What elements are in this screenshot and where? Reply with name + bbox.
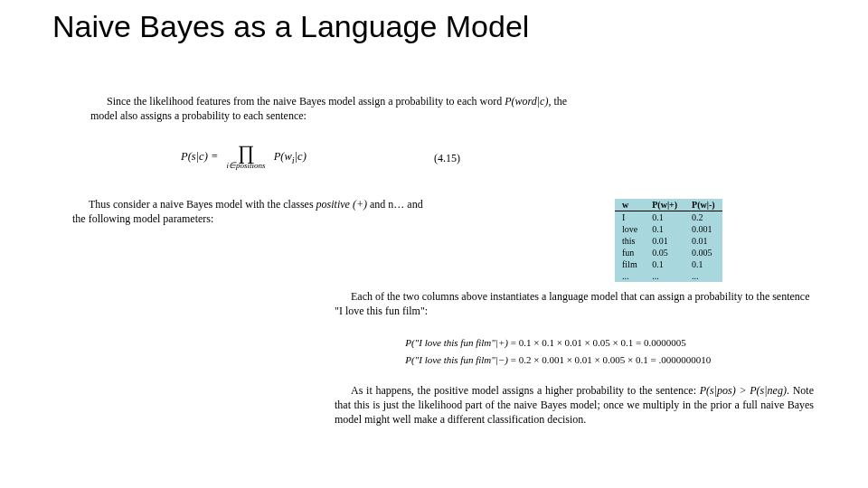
equation-display: P(s|c) = ∏ i∈positions P(wi|c)	[181, 145, 561, 170]
calc-rhs: = 0.2 × 0.001 × 0.01 × 0.005 × 0.1 = .00…	[511, 352, 711, 369]
text: Thus consider a naive Bayes model with t…	[89, 198, 316, 211]
table-row: film0.10.1	[615, 258, 722, 270]
equation-number: (4.15)	[434, 152, 460, 165]
cell-pos: 0.05	[645, 247, 684, 258]
paragraph-model: Thus consider a naive Bayes model with t…	[72, 197, 434, 226]
text: As it happens, the positive model assign…	[351, 384, 700, 397]
text: P(w	[274, 150, 292, 163]
col-pw-neg: P(w|-)	[684, 199, 722, 211]
cell-word: I	[615, 211, 645, 224]
text: Each of the two columns above instantiat…	[335, 290, 810, 317]
eq-rhs: P(wi|c)	[274, 150, 307, 163]
calc-rhs: = 0.1 × 0.1 × 0.01 × 0.05 × 0.1 = 0.0000…	[511, 334, 686, 352]
probability-table: w P(w|+) P(w|-) I0.10.2love0.10.001this0…	[615, 199, 722, 282]
eq-lhs: P(s|c) =	[181, 150, 222, 163]
product-symbol: ∏ i∈positions	[227, 145, 266, 170]
cell-pos: 0.1	[645, 258, 684, 270]
slide-title: Naive Bayes as a Language Model	[52, 9, 529, 44]
col-w: w	[615, 199, 645, 211]
inline-math: P(s|pos) > P(s|neg)	[700, 384, 787, 397]
calc-lhs: P("I love this fun film"|−)	[389, 352, 508, 369]
inline-math: P(word|c)	[505, 95, 548, 108]
table-row: this0.010.01	[615, 235, 722, 247]
paragraph-intro: Since the likelihood features from the n…	[90, 94, 597, 123]
cell-word: fun	[615, 247, 645, 258]
cell-neg: 0.1	[684, 258, 722, 270]
cell-word: ...	[615, 270, 645, 282]
paragraph-columns: Each of the two columns above instantiat…	[335, 289, 814, 318]
cell-neg: 0.01	[684, 235, 722, 247]
table-header-row: w P(w|+) P(w|-)	[615, 199, 722, 211]
inline-emph: positive (+)	[316, 198, 367, 211]
calculation-block: P("I love this fun film"|+) = 0.1 × 0.1 …	[389, 334, 711, 368]
cell-pos: 0.1	[645, 211, 684, 224]
cell-word: this	[615, 235, 645, 247]
product-sub: i∈positions	[227, 161, 266, 170]
cell-word: film	[615, 258, 645, 270]
calc-row-pos: P("I love this fun film"|+) = 0.1 × 0.1 …	[389, 334, 711, 352]
paragraph-conclusion: As it happens, the positive model assign…	[335, 383, 814, 427]
calc-row-neg: P("I love this fun film"|−) = 0.2 × 0.00…	[389, 352, 711, 369]
col-pw-pos: P(w|+)	[645, 199, 684, 211]
cell-neg: 0.005	[684, 247, 722, 258]
cell-pos: 0.1	[645, 223, 684, 235]
table-row: fun0.050.005	[615, 247, 722, 258]
table-row: love0.10.001	[615, 223, 722, 235]
calc-lhs: P("I love this fun film"|+)	[389, 334, 508, 352]
cell-word: love	[615, 223, 645, 235]
cell-pos: ...	[645, 270, 684, 282]
cell-pos: 0.01	[645, 235, 684, 247]
cell-neg: 0.001	[684, 223, 722, 235]
cell-neg: ...	[684, 270, 722, 282]
text: Since the likelihood features from the n…	[107, 95, 505, 108]
cell-neg: 0.2	[684, 211, 722, 224]
text: |c)	[295, 150, 307, 163]
table-row: .........	[615, 270, 722, 282]
table-row: I0.10.2	[615, 211, 722, 224]
